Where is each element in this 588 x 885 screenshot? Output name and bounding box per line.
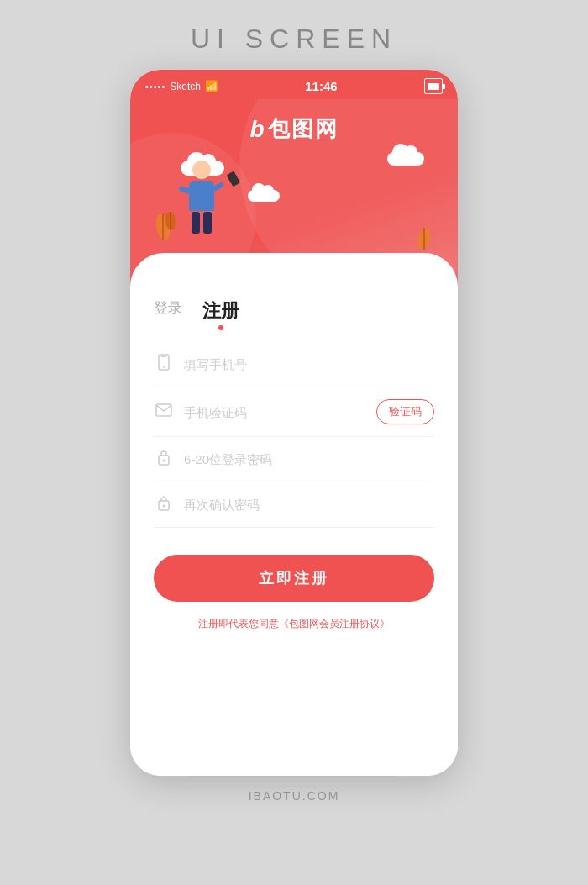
status-bar: ••••• Sketch 📶 11:46 [130, 70, 458, 99]
battery-icon [424, 78, 443, 94]
logo-name: 包图网 [268, 114, 339, 144]
agreement-text: 注册即代表您同意《包图网会员注册协议》 [154, 617, 434, 631]
sms-input-group: 验证码 [154, 387, 434, 437]
signal-dots: ••••• [145, 82, 165, 92]
person-illustration [176, 161, 227, 253]
person-phone [226, 171, 240, 187]
tab-active-dot [218, 325, 223, 330]
person-arm-left [178, 186, 191, 194]
confirm-password-input[interactable] [184, 498, 434, 512]
bottom-label: IBAOTU.COM [249, 789, 340, 803]
agreement-link[interactable]: 《包图网会员注册协议》 [279, 618, 390, 630]
phone-frame: ••••• Sketch 📶 11:46 b 包图网 [130, 70, 458, 776]
lock2-icon [154, 494, 174, 515]
svg-rect-7 [161, 356, 166, 357]
confirm-password-input-group [154, 482, 434, 528]
tab-register[interactable]: 注册 [202, 298, 239, 327]
main-content: 登录 注册 [130, 295, 458, 776]
tab-login[interactable]: 登录 [154, 298, 182, 327]
email-icon [154, 403, 174, 421]
logo-area: b 包图网 [130, 99, 458, 144]
person-head [192, 161, 211, 179]
svg-point-13 [163, 505, 165, 508]
person-legs [176, 212, 227, 234]
leaf-small [164, 210, 177, 236]
phone-input[interactable] [184, 357, 434, 371]
wifi-icon: 📶 [205, 80, 218, 92]
password-input[interactable] [184, 452, 434, 466]
logo-icon: b [249, 116, 264, 143]
svg-rect-9 [156, 404, 171, 416]
password-input-group [154, 437, 434, 482]
lock-icon [154, 449, 174, 470]
svg-point-11 [163, 460, 165, 462]
page-title: UI SCREEN [191, 24, 397, 55]
logo: b 包图网 [249, 114, 338, 144]
illustration [130, 144, 458, 261]
time-display: 11:46 [305, 79, 337, 93]
header-area: b 包图网 [130, 99, 458, 295]
register-button[interactable]: 立即注册 [154, 555, 434, 602]
sms-input[interactable] [184, 405, 366, 419]
tabs-container: 登录 注册 [154, 295, 434, 327]
leaf-right [416, 225, 433, 257]
person-arm-right [212, 182, 224, 192]
person-body [189, 181, 214, 211]
person-leg-left [192, 212, 200, 234]
phone-input-group [154, 342, 434, 387]
verify-code-button[interactable]: 验证码 [376, 399, 434, 424]
carrier-label: Sketch [170, 81, 201, 92]
svg-point-8 [163, 366, 165, 368]
cloud3 [248, 190, 280, 202]
phone-icon [154, 354, 174, 375]
person-leg-right [203, 212, 212, 234]
cloud2 [387, 152, 424, 166]
